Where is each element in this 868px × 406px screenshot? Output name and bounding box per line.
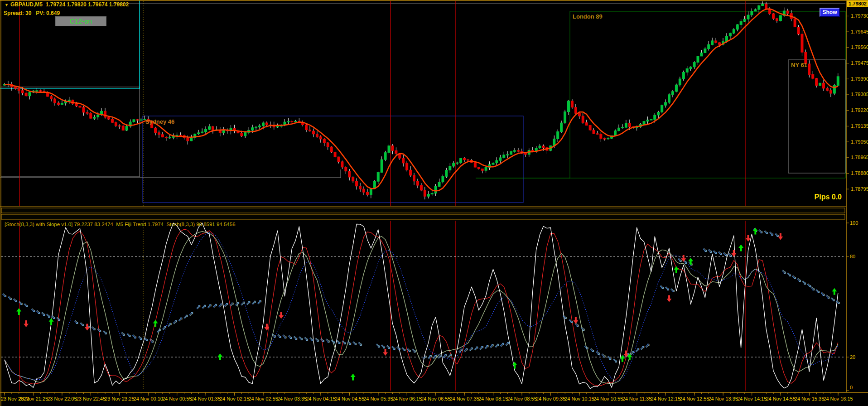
moving-average-line — [5, 9, 838, 191]
time-axis-label: 24 Nov 08:15 — [478, 396, 508, 401]
time-axis-label: 24 Nov 02:15 — [220, 396, 249, 401]
sell-arrow-icon — [279, 312, 284, 319]
slope-arrow-icon: ⇗ — [257, 298, 262, 305]
pips-counter-label: Pips 0.0 — [815, 193, 842, 201]
slope-arrow-icon: ⇗ — [645, 342, 650, 349]
london-session-box — [570, 11, 845, 178]
symbol-ohlc-header: ▼GBPAUD,M5 1.79724 1.79820 1.79674 1.798… — [5, 1, 129, 8]
price-axis-label: 1.79305 — [851, 92, 868, 97]
slope-arrow-icon: ⇘ — [149, 337, 154, 344]
slope-arrow-icon: ⇘ — [595, 349, 601, 356]
symbol-ohlc-text: GBPAUD,M5 1.79724 1.79820 1.79674 1.7980… — [10, 1, 129, 8]
slope-arrow-icon: ⇘ — [277, 332, 282, 339]
slope-arrow-icon: ⇗ — [212, 302, 218, 309]
slope-arrow-icon: ⇗ — [427, 353, 433, 360]
slope-arrow-icon: ⇘ — [304, 335, 309, 342]
time-axis-label: 24 Nov 06:15 — [392, 396, 422, 401]
slope-arrow-icon: ⇘ — [341, 338, 347, 346]
price-axis-label: 1.78965 — [851, 155, 868, 160]
slope-arrow-icon: ⇗ — [442, 352, 448, 359]
slope-arrow-icon: ⇘ — [325, 337, 331, 344]
slope-arrow-icon: ⇘ — [46, 312, 51, 319]
time-axis-label: 24 Nov 14:15 — [737, 396, 767, 401]
mt4-chart-window: ⇘⇘⇘⇘⇘⇘⇘⇘⇘⇘⇘⇘⇘⇘⇘⇘⇘⇘⇘⇘⇘⇘⇘⇗⇗⇗⇗⇗⇗⇗⇗⇗⇗⇗⇗⇗⇗⇗⇗⇗… — [0, 0, 868, 406]
slope-arrow-icon: ⇘ — [801, 279, 807, 286]
slope-arrow-icon: ⇗ — [207, 302, 212, 309]
slope-arrow-icon: ⇘ — [580, 325, 586, 332]
slope-arrow-icon: ⇘ — [298, 334, 304, 342]
time-axis-label: 23 Nov 23:25 — [105, 396, 134, 401]
price-axis-label: 1.79560 — [851, 44, 868, 50]
slope-arrow-icon: ⇘ — [30, 306, 36, 314]
time-axis-label: 24 Nov 14:55 — [766, 396, 795, 401]
slope-arrow-icon: ⇘ — [2, 291, 7, 299]
slope-arrow-icon: ⇘ — [763, 228, 769, 236]
slope-arrow-icon: ⇘ — [718, 249, 723, 256]
c12-toggle-button[interactable]: C12-on — [55, 16, 106, 26]
slope-arrow-icon: ⇗ — [183, 313, 188, 320]
time-axis-label: 24 Nov 00:10 — [134, 396, 163, 401]
show-button[interactable]: Show — [820, 8, 840, 17]
panel-separator-bar[interactable] — [1, 214, 845, 219]
time-axis-label: 24 Nov 13:35 — [708, 396, 738, 401]
slope-arrow-icon: ⇘ — [589, 346, 595, 353]
slope-arrow-icon: ⇘ — [352, 339, 357, 347]
price-axis-label: 1.79730 — [851, 13, 868, 19]
buy-arrow-icon — [512, 362, 517, 369]
slope-arrow-icon: ⇘ — [138, 334, 143, 341]
slope-arrow-icon: ⇗ — [635, 346, 640, 353]
slope-arrow-icon: ⇗ — [494, 342, 500, 349]
buy-arrow-icon — [351, 373, 356, 380]
price-axis-label: 1.79390 — [851, 76, 868, 82]
time-axis-label: 24 Nov 03:35 — [277, 396, 307, 401]
slope-arrow-icon: ⇘ — [336, 338, 341, 345]
slope-arrow-icon: ⇘ — [401, 345, 406, 353]
slope-arrow-icon: ⇗ — [422, 353, 428, 361]
time-axis-label: 24 Nov 02:55 — [248, 396, 278, 401]
time-axis-label: 24 Nov 12:15 — [651, 396, 680, 401]
slope-arrow-icon: ⇘ — [758, 227, 763, 235]
slope-arrow-icon: ⇘ — [713, 248, 718, 256]
slope-arrow-icon: ⇘ — [320, 336, 325, 343]
slope-arrow-icon: ⇘ — [96, 326, 102, 334]
slope-arrow-icon: ⇘ — [56, 315, 61, 322]
price-axis-label: 1.78795 — [851, 186, 868, 192]
time-axis-label: 24 Nov 12:55 — [680, 396, 709, 401]
slope-arrow-icon: ⇘ — [670, 286, 675, 294]
slope-arrow-icon: ⇗ — [640, 344, 645, 351]
sydney-session-label: Sydney 46 — [145, 118, 174, 125]
time-axis-label: 24 Nov 10:55 — [593, 396, 623, 401]
panel-separator-bar[interactable] — [1, 208, 845, 213]
sell-arrow-icon — [667, 295, 672, 302]
indicator-caption: [Stoch(8,3,3) with Slope v1.0] 79.2237 8… — [5, 222, 236, 227]
slope-arrow-icon: ⇘ — [13, 296, 18, 304]
slope-arrow-icon: ⇘ — [815, 287, 820, 295]
slope-arrow-icon: ⇘ — [406, 346, 412, 353]
slope-arrow-icon: ⇘ — [79, 320, 85, 328]
slope-arrow-icon: ⇘ — [723, 250, 728, 257]
slope-arrow-icon: ⇗ — [484, 343, 489, 350]
slope-arrow-icon: ⇘ — [121, 330, 126, 337]
slope-arrow-icon: ⇘ — [810, 285, 815, 292]
sell-arrow-icon — [746, 235, 751, 242]
slope-arrow-icon: ⇗ — [505, 340, 510, 347]
slope-arrow-icon: ⇘ — [659, 283, 665, 290]
time-axis-label: 24 Nov 09:35 — [536, 396, 565, 401]
slope-arrow-icon: ⇘ — [607, 354, 612, 361]
chart-plot-area[interactable]: ⇘⇘⇘⇘⇘⇘⇘⇘⇘⇘⇘⇘⇘⇘⇘⇘⇘⇘⇘⇘⇘⇘⇘⇗⇗⇗⇗⇗⇗⇗⇗⇗⇗⇗⇗⇗⇗⇗⇗⇗… — [0, 0, 868, 406]
price-axis-label: 1.79135 — [851, 123, 868, 129]
slope-arrow-icon: ⇗ — [447, 352, 453, 359]
chart-dropdown-icon[interactable]: ▼ — [5, 3, 9, 7]
time-axis-label: 24 Nov 08:55 — [507, 396, 536, 401]
slope-arrow-icon: ⇘ — [411, 347, 417, 354]
slope-arrow-icon: ⇘ — [584, 343, 589, 351]
buy-arrow-icon — [674, 266, 679, 273]
slope-arrow-icon: ⇗ — [162, 324, 167, 331]
slope-arrow-icon: ⇘ — [830, 295, 836, 303]
slope-arrow-icon: ⇘ — [143, 335, 149, 343]
time-axis-label: 24 Nov 10:15 — [564, 396, 594, 401]
ny-session-label: NY 61 — [791, 62, 807, 68]
slope-arrow-icon: ⇘ — [24, 301, 29, 309]
time-axis-label: 24 Nov 04:55 — [335, 396, 364, 401]
candles — [4, 1, 839, 199]
